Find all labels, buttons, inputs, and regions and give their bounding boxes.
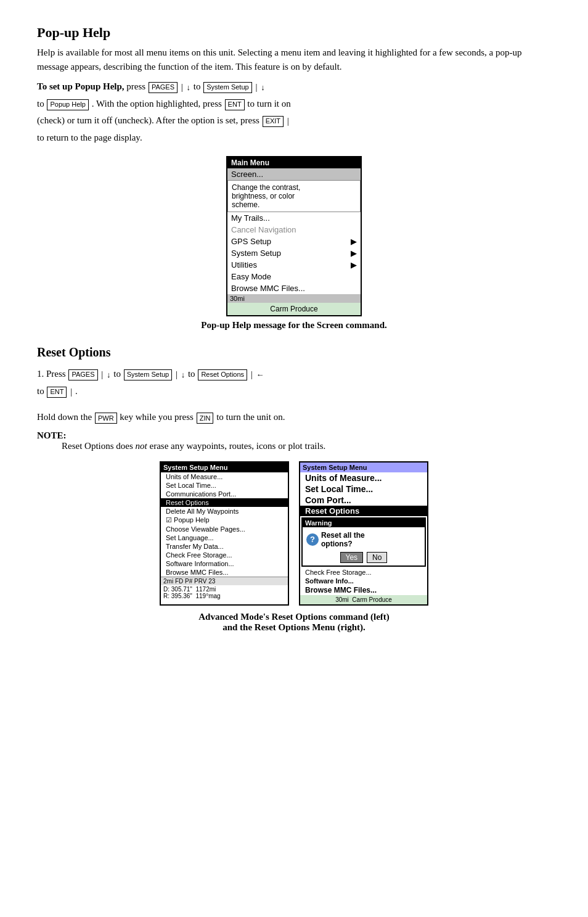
reset-figure-caption: Advanced Mode's Reset Options command (l… xyxy=(37,612,551,633)
left-item-localtime: Set Local Time... xyxy=(161,481,288,490)
exit-key-icon1: EXIT xyxy=(263,116,284,127)
return-text: to return to the page display. xyxy=(37,133,142,142)
note-not: not xyxy=(136,441,147,451)
popup-help-key-icon: Popup Help xyxy=(47,99,89,110)
menu-item-utilities: Utilities ▶ xyxy=(227,259,361,271)
system-setup-key-icon: System Setup xyxy=(203,82,251,93)
left-coords: D: 305.71" 1172miR: 395.36" 119°mag xyxy=(161,585,288,600)
left-item-transfer: Transfer My Data... xyxy=(161,542,288,551)
pages-key-icon: PAGES xyxy=(149,82,178,93)
left-item-reset: Reset Options xyxy=(161,498,288,507)
ent-key-icon: ENT xyxy=(225,99,245,110)
note-indent: Reset Options does not erase any waypoin… xyxy=(62,441,551,451)
down-arrow4-icon: ↓ xyxy=(181,368,186,382)
left-item-units: Units of Measure... xyxy=(161,472,288,481)
menu-item-gps: GPS Setup ▶ xyxy=(227,236,361,247)
note-section: NOTE: Reset Options does not erase any w… xyxy=(37,430,551,451)
popup-help-figure-caption: Pop-up Help message for the Screen comma… xyxy=(37,320,551,331)
yes-button[interactable]: Yes xyxy=(340,552,364,563)
menu-title-bar: Main Menu xyxy=(227,157,361,168)
hold-note: Hold down the PWR key while you press ZI… xyxy=(37,410,551,424)
menu-item-screen: Screen... xyxy=(227,168,361,180)
popup-box: Change the contrast,brightness, or color… xyxy=(227,180,361,212)
right-item-comport: Com Port... xyxy=(300,495,427,506)
popup-help-section: Pop-up Help Help is available for most a… xyxy=(37,25,551,331)
reset-step1: 1. Press PAGES | ↓ to System Setup | ↓ t… xyxy=(37,366,551,400)
popup-help-paragraph: Help is available for most all menu item… xyxy=(37,46,551,73)
left-item-browse: Browse MMC Files... xyxy=(161,568,288,577)
note-text-before: Reset Options does xyxy=(62,441,133,451)
caption-left: Advanced Mode's Reset Options command (l… xyxy=(198,612,390,622)
right-item-browse2: Browse MMC Files... xyxy=(300,585,427,595)
left-sys-menu: System Setup Menu Units of Measure... Se… xyxy=(160,461,289,606)
left-sys-bottom: 2mi FD P# PRV 23 xyxy=(161,577,288,585)
with-option: . With the option highlighted, press xyxy=(92,99,222,109)
right-item-checkfree: Check Free Storage... xyxy=(300,568,427,577)
left-sys-title: System Setup Menu xyxy=(161,463,288,472)
ent-key2-icon: ENT xyxy=(47,387,67,398)
right-item-softinfo2: Software Info... xyxy=(300,577,427,585)
left-item-comport: Communications Port... xyxy=(161,490,288,498)
menu-map-label: Carm Produce xyxy=(227,303,361,315)
to-label: to xyxy=(37,386,44,396)
menu-item-browse: Browse MMC Files... xyxy=(227,282,361,294)
warning-text: Reset all theoptions? xyxy=(321,531,365,548)
popup-help-figure: Main Menu Screen... Change the contrast,… xyxy=(37,156,551,331)
zin-key-icon: ZIN xyxy=(197,413,214,424)
left-item-language: Set Language... xyxy=(161,533,288,542)
popup-help-title: Pop-up Help xyxy=(37,25,551,41)
warning-buttons: Yes No xyxy=(303,552,425,565)
main-menu-screenshot: Main Menu Screen... Change the contrast,… xyxy=(226,156,362,316)
reset-options-section: Reset Options 1. Press PAGES | ↓ to Syst… xyxy=(37,345,551,633)
menu-item-cancel: Cancel Navigation xyxy=(227,224,361,236)
menu-bottom: 30mi xyxy=(227,294,361,303)
menu-item-mytrails: My Trails... xyxy=(227,212,361,224)
menu-item-easymode: Easy Mode xyxy=(227,271,361,282)
left-item-viewable: Choose Viewable Pages... xyxy=(161,525,288,533)
to-text2: to xyxy=(37,99,44,109)
left-item-free: Check Free Storage... xyxy=(161,551,288,559)
down-arrow3-icon: ↓ xyxy=(107,368,111,382)
right-map-label: 30mi Carm Produce xyxy=(300,595,427,604)
step1-to2: to xyxy=(188,369,197,379)
hold-down-text: Hold down the xyxy=(37,412,92,422)
right-sys-title: System Setup Menu xyxy=(300,463,427,472)
to-text1: to xyxy=(194,81,201,91)
no-button[interactable]: No xyxy=(367,552,387,563)
popup-help-instruction: To set up Popup Help, press PAGES | ↓ to… xyxy=(37,78,551,146)
left-item-softinfo: Software Information... xyxy=(161,559,288,568)
dual-screenshots: System Setup Menu Units of Measure... Se… xyxy=(37,461,551,606)
note-label: NOTE: xyxy=(37,430,67,440)
down-arrow-icon2: ↓ xyxy=(261,80,265,94)
step1-label: 1. Press xyxy=(37,369,66,379)
turn-on-text: to turn the unit on. xyxy=(216,412,285,422)
menu-item-system: System Setup ▶ xyxy=(227,247,361,259)
instruction-bold: To set up Popup Help, xyxy=(37,81,125,91)
right-item-reset: Reset Options xyxy=(300,506,427,516)
right-item-units: Units of Measure... xyxy=(300,472,427,483)
pages-key2-icon: PAGES xyxy=(68,369,97,380)
right-sys-menu: System Setup Menu Units of Measure... Se… xyxy=(299,461,428,606)
warning-body: ? Reset all theoptions? xyxy=(303,527,425,552)
reset-options-figure: System Setup Menu Units of Measure... Se… xyxy=(37,461,551,633)
system-key2-icon: System Setup xyxy=(124,369,172,380)
instruction-press: press xyxy=(126,81,145,91)
question-icon: ? xyxy=(306,533,319,546)
reset-options-title: Reset Options xyxy=(37,345,551,360)
left-item-popup: ☑ Popup Help xyxy=(161,516,288,525)
warning-title: Warning xyxy=(303,519,425,527)
caption-right: and the Reset Options Menu (right). xyxy=(223,622,365,632)
left-arrow-icon: ← xyxy=(256,368,264,382)
step1-to1: to xyxy=(113,369,123,379)
left-bottom-text: 2mi FD P# PRV 23 xyxy=(163,578,215,585)
note-text-after: erase any waypoints, routes, icons or pl… xyxy=(150,441,326,451)
pwr-key-icon: PWR xyxy=(95,413,117,424)
warning-dialog: Warning ? Reset all theoptions? Yes No xyxy=(301,517,426,567)
key-while-text: key while you press xyxy=(120,412,194,422)
left-item-delete: Delete All My Waypoints xyxy=(161,507,288,516)
down-arrow-icon1: ↓ xyxy=(187,80,191,94)
turn-on: to turn it on xyxy=(247,99,290,109)
right-item-localtime: Set Local Time... xyxy=(300,483,427,495)
reset-opts-key-icon: Reset Options xyxy=(198,369,247,380)
check-text: (check) or turn it off (uncheck). After … xyxy=(37,115,259,125)
